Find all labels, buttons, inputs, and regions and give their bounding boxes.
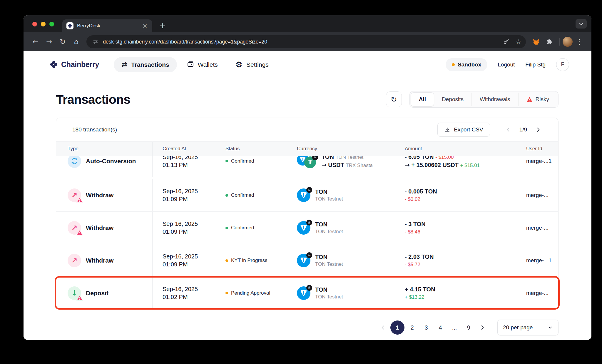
currency-cell: ☠ TON TON Testnet <box>287 188 395 202</box>
type-cell: Auto-Conversion <box>56 156 153 177</box>
table-row[interactable]: Auto-Conversion Sep-16, 2025 01:13 PM Co… <box>56 156 558 179</box>
reload-icon[interactable]: ↻ <box>56 35 69 49</box>
testnet-badge-icon: ☠ <box>312 156 318 160</box>
tab-search-chevron-button[interactable] <box>576 19 587 29</box>
pagination-prev-icon[interactable] <box>377 321 389 334</box>
page-button-4[interactable]: 4 <box>434 321 447 334</box>
minimize-window-button[interactable] <box>41 22 46 26</box>
filter-label: All <box>419 96 426 103</box>
date: Sep-16, 2025 <box>163 285 215 293</box>
user-avatar[interactable]: F <box>556 58 569 71</box>
amount-cell: - 3 TON - $8.46 <box>395 221 516 235</box>
page-button-1[interactable]: 1 <box>390 320 404 335</box>
type-cell: ↗ Withdraw <box>56 212 153 244</box>
filter-tab-withdrawals[interactable]: Withdrawals <box>471 93 518 106</box>
table-row[interactable]: ↗ Withdraw Sep-16, 2025 01:09 PM Confirm… <box>56 212 558 244</box>
table-row[interactable]: ↗ Withdraw Sep-16, 2025 01:09 PM Confirm… <box>56 179 558 212</box>
status-label: KYT in Progress <box>231 258 267 263</box>
status-cell: Confirmed <box>215 158 287 164</box>
type-cell: ↗ Withdraw <box>56 179 153 211</box>
chainberry-logo[interactable]: Chainberry <box>49 60 99 69</box>
forward-icon[interactable]: → <box>42 35 56 49</box>
user-id-cell: merge-...1 <box>516 158 558 164</box>
created-at-cell: Sep-16, 2025 01:09 PM <box>153 253 215 268</box>
type-cell: ↗ Withdraw <box>56 244 153 277</box>
pager-next-icon[interactable] <box>535 127 541 133</box>
ton-coin-icon: ☠ <box>297 188 310 202</box>
column-user-id: User Id <box>516 146 558 152</box>
pagination-next-icon[interactable] <box>476 321 489 334</box>
nav-item-wallets[interactable]: Wallets <box>179 56 225 73</box>
filter-tab-deposits[interactable]: Deposits <box>434 93 471 106</box>
browser-tab-strip: BerryDesk × + <box>24 15 591 32</box>
created-at-cell: Sep-16, 2025 01:09 PM <box>153 220 215 236</box>
column-status: Status <box>215 146 287 152</box>
status-cell: Confirmed <box>215 192 287 198</box>
table-row[interactable]: ↗ Withdraw Sep-16, 2025 01:09 PM KYT in … <box>56 244 558 277</box>
refresh-button[interactable]: ↻ <box>386 91 402 107</box>
table-header: Type Created At Status Currency Amount U… <box>56 141 558 156</box>
berrydesk-logo-icon <box>68 24 72 28</box>
column-amount: Amount <box>395 146 516 152</box>
filter-tab-risky[interactable]: Risky <box>518 93 557 106</box>
filter-tab-all[interactable]: All <box>411 93 434 106</box>
user-name[interactable]: Filip Stg <box>525 61 546 68</box>
browser-menu-icon[interactable]: ⋮ <box>573 35 586 49</box>
sandbox-label: Sandbox <box>458 61 481 68</box>
page-button-9[interactable]: 9 <box>462 321 475 334</box>
extensions-puzzle-icon[interactable] <box>543 35 556 49</box>
time: 01:09 PM <box>163 228 215 236</box>
created-at-cell: Sep-16, 2025 01:02 PM <box>153 285 215 301</box>
wallet-icon <box>187 61 194 69</box>
address-bar[interactable]: desk-stg.chainberry.com/dashboard/transa… <box>86 35 526 48</box>
new-tab-button[interactable]: + <box>157 21 168 30</box>
page-toolbar: Transactions ↻ All Deposits Withdrawals … <box>24 78 591 113</box>
amount-cell: - 2.03 TON - $5.72 <box>395 253 516 268</box>
logout-button[interactable]: Logout <box>498 61 515 68</box>
ton-coin-icon: ☠ <box>297 254 310 267</box>
user-id-cell: merge-...1 <box>516 257 558 264</box>
type-label: Withdraw <box>86 192 113 199</box>
withdraw-icon: ↗ <box>68 188 81 202</box>
site-settings-icon[interactable] <box>91 37 101 47</box>
time: 01:09 PM <box>163 261 215 268</box>
type-label: Withdraw <box>86 224 113 231</box>
url-text[interactable]: desk-stg.chainberry.com/dashboard/transa… <box>103 39 499 45</box>
page-title: Transactions <box>56 92 130 107</box>
withdraw-icon: ↗ <box>68 254 81 267</box>
page-ellipsis: ... <box>448 321 461 334</box>
nav-label: Settings <box>246 61 269 68</box>
browser-tab[interactable]: BerryDesk × <box>62 19 152 32</box>
export-csv-button[interactable]: Export CSV <box>437 123 490 137</box>
ton-coin-icon: ☠ <box>297 286 310 300</box>
password-key-icon[interactable] <box>501 37 511 47</box>
date: Sep-16, 2025 <box>163 253 215 261</box>
brand-name: Chainberry <box>61 60 99 69</box>
app-header: Chainberry ⇄ Transactions Wallets ⚙ Sett… <box>24 51 591 78</box>
type-label: Withdraw <box>86 257 113 264</box>
pager-prev-icon[interactable] <box>505 127 511 133</box>
page-button-2[interactable]: 2 <box>406 321 419 334</box>
filter-tabs: All Deposits Withdrawals Risky <box>409 91 558 108</box>
type-label: Deposit <box>86 290 108 297</box>
browser-profile-avatar[interactable] <box>563 37 573 47</box>
nav-item-transactions[interactable]: ⇄ Transactions <box>114 57 177 72</box>
metamask-extension-icon[interactable] <box>529 35 543 49</box>
page-size-select[interactable]: 20 per page <box>497 320 558 335</box>
status-dot-icon <box>225 227 228 229</box>
table-row-highlighted[interactable]: ↓ Deposit Sep-16, 2025 01:02 PM Pending … <box>56 277 558 309</box>
page-button-3[interactable]: 3 <box>420 321 433 334</box>
nav-item-settings[interactable]: ⚙ Settings <box>228 56 276 73</box>
time: 01:13 PM <box>163 161 215 169</box>
close-window-button[interactable] <box>32 22 37 26</box>
maximize-window-button[interactable] <box>49 22 54 26</box>
testnet-badge-icon: ☠ <box>306 187 312 193</box>
home-icon[interactable]: ⌂ <box>69 35 83 49</box>
risk-warning-badge-icon <box>76 197 83 203</box>
toolbar-divider <box>559 38 560 46</box>
bookmark-star-icon[interactable]: ☆ <box>514 37 524 47</box>
tab-close-icon[interactable]: × <box>141 22 149 29</box>
time: 01:09 PM <box>163 195 215 203</box>
column-currency: Currency <box>287 146 395 152</box>
back-icon[interactable]: ← <box>29 35 42 49</box>
